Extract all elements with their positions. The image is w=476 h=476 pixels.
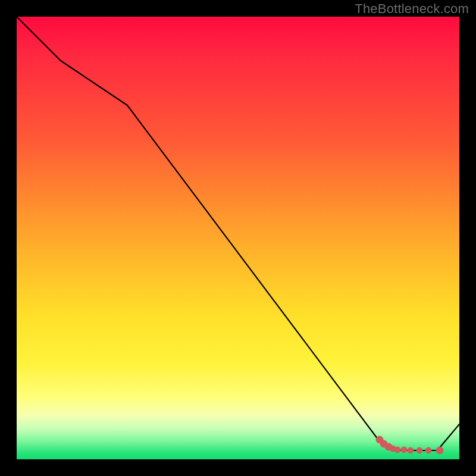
- series-curve: [17, 17, 459, 450]
- marker-dot: [416, 447, 422, 453]
- chart-stage: TheBottleneck.com: [0, 0, 476, 476]
- watermark-text: TheBottleneck.com: [355, 1, 469, 17]
- marker-dot: [394, 447, 400, 453]
- marker-cluster: [376, 436, 443, 454]
- marker-dot: [436, 447, 443, 454]
- marker-dot: [425, 447, 431, 453]
- chart-overlay: [17, 17, 459, 459]
- marker-dot: [408, 447, 414, 453]
- marker-dot: [401, 447, 407, 453]
